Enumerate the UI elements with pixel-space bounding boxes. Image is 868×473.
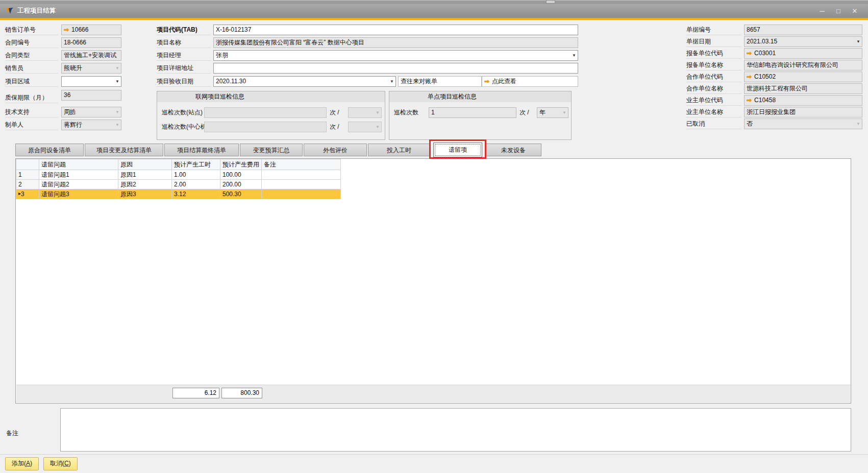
cell-hours[interactable]: 2.00 xyxy=(172,180,220,190)
project-address-label: 项目详细地址 xyxy=(157,63,211,74)
statement-label-cell: 查往来对账单 xyxy=(398,76,482,87)
report-unit-code-field[interactable]: ➡C03001 xyxy=(744,48,862,59)
cell-reason[interactable]: 原因3 xyxy=(118,190,172,199)
add-button[interactable]: 添加(A) xyxy=(5,457,39,470)
link-arrow-icon[interactable]: ➡ xyxy=(747,97,752,104)
project-manager-value: 张朋 xyxy=(216,52,228,59)
dropdown-arrow-icon[interactable]: ▼ xyxy=(572,51,576,60)
cell-reason[interactable]: 原因1 xyxy=(118,170,172,180)
tab-final-settlement-list[interactable]: 项目结算最终清单 xyxy=(164,144,239,156)
row-number[interactable]: 1 xyxy=(16,170,39,180)
doc-date-dropdown[interactable]: 2021.03.15▼ xyxy=(744,36,862,47)
cell-cost[interactable]: 100.00 xyxy=(220,170,262,180)
title-bar xyxy=(0,4,868,18)
cell-issue[interactable]: 遗留问题1 xyxy=(39,170,118,180)
doc-date-label: 单据日期 xyxy=(686,36,741,47)
cell-hours[interactable]: 1.00 xyxy=(172,170,220,180)
tab-original-contract-equipment[interactable]: 原合同设备清单 xyxy=(15,144,84,156)
warranty-field: 36 xyxy=(61,90,121,101)
owner-unit-name-label: 业主单位名称 xyxy=(686,107,741,117)
col-header-reason[interactable]: 原因 xyxy=(118,159,172,170)
close-button[interactable]: ✕ xyxy=(847,4,862,18)
cell-cost[interactable]: 500.30 xyxy=(220,190,262,199)
contract-no-label: 合同编号 xyxy=(5,37,58,48)
salesperson-label: 销售员 xyxy=(5,63,58,74)
cancel-button[interactable]: 取消(C) xyxy=(43,457,78,470)
project-manager-label: 项目经理 xyxy=(157,50,211,61)
project-address-input[interactable] xyxy=(213,63,578,74)
inspect-count-unit: 次 / xyxy=(519,107,529,117)
tab-invested-hours[interactable]: 投入工时 xyxy=(368,144,430,156)
row-number[interactable]: ▸3 xyxy=(16,190,39,199)
project-name-label: 项目名称 xyxy=(157,37,211,48)
acceptance-date-label: 项目验收日期 xyxy=(157,76,211,87)
cancelled-label: 已取消 xyxy=(686,119,741,129)
contract-type-label: 合同类型 xyxy=(5,50,58,61)
table-row[interactable]: 2 遗留问题2 原因2 2.00 200.00 xyxy=(16,180,341,190)
tab-unshipped-equipment[interactable]: 未发设备 xyxy=(485,144,541,156)
site-count-input xyxy=(204,107,327,118)
cell-issue[interactable]: 遗留问题2 xyxy=(39,180,118,190)
owner-unit-code-field[interactable]: ➡C10458 xyxy=(744,95,862,106)
maximize-button[interactable]: □ xyxy=(831,4,846,18)
dropdown-arrow-icon: ▼ xyxy=(562,108,566,117)
sales-order-value: 10666 xyxy=(71,26,88,33)
partner-unit-code-field[interactable]: ➡C10502 xyxy=(744,72,862,82)
dropdown-arrow-icon: ▼ xyxy=(115,120,119,130)
inspect-period-dropdown[interactable]: 年▼ xyxy=(537,107,568,118)
report-unit-name-field: 华信邮电咨询设计研究院有限公司 xyxy=(744,60,862,70)
link-arrow-icon[interactable]: ➡ xyxy=(484,78,489,85)
cell-issue[interactable]: 遗留问题3 xyxy=(39,190,118,199)
table-row-selected[interactable]: ▸3 遗留问题3 原因3 3.12 500.30 xyxy=(16,190,341,199)
sales-order-label: 销售订单号 xyxy=(5,25,58,35)
tab-outsourcing-evaluation[interactable]: 外包评价 xyxy=(304,144,367,156)
tab-change-settlement-list[interactable]: 项目变更及结算清单 xyxy=(85,144,163,156)
cell-note[interactable] xyxy=(262,170,341,180)
single-inspection-title: 单点项目巡检信息 xyxy=(389,91,571,102)
remarks-textarea[interactable] xyxy=(60,408,851,452)
cell-reason[interactable]: 原因2 xyxy=(118,180,172,190)
inspect-period-value: 年 xyxy=(539,109,545,116)
warranty-value: 36 xyxy=(64,91,70,99)
dropdown-arrow-icon[interactable]: ▼ xyxy=(115,77,119,86)
owner-unit-name-field: 浙江日报报业集团 xyxy=(744,107,862,117)
report-unit-name-value: 华信邮电咨询设计研究院有限公司 xyxy=(747,61,838,68)
link-arrow-icon[interactable]: ➡ xyxy=(64,26,69,33)
project-code-input[interactable]: X-16-012137 xyxy=(213,25,578,35)
project-region-dropdown[interactable]: ▼ xyxy=(61,76,121,87)
app-icon xyxy=(6,7,14,15)
doc-date-value: 2021.03.15 xyxy=(747,38,777,45)
remarks-label: 备注 xyxy=(6,428,18,438)
inspect-count-input[interactable]: 1 xyxy=(429,107,516,118)
col-header-note[interactable]: 备注 xyxy=(262,159,341,170)
salesperson-dropdown: 熊晓升▼ xyxy=(61,63,121,74)
cell-cost[interactable]: 200.00 xyxy=(220,180,262,190)
window-title: 工程项目结算 xyxy=(17,4,56,18)
tab-pending-items[interactable]: 遗留项 xyxy=(433,143,482,157)
view-statement-link[interactable]: ➡点此查看 xyxy=(482,76,578,87)
partner-unit-name-label: 合作单位名称 xyxy=(686,83,741,94)
minimize-button[interactable]: ─ xyxy=(814,4,830,18)
partner-unit-name-field: 世源科技工程有限公司 xyxy=(744,83,862,94)
link-arrow-icon[interactable]: ➡ xyxy=(747,50,752,57)
cell-note[interactable] xyxy=(262,190,341,199)
row-number[interactable]: 2 xyxy=(16,180,39,190)
col-header-hours[interactable]: 预计产生工时 xyxy=(172,159,220,170)
view-statement-text: 点此查看 xyxy=(492,78,516,85)
dropdown-arrow-icon[interactable]: ▼ xyxy=(390,77,394,86)
partner-unit-code-value: C10502 xyxy=(754,73,776,80)
project-manager-dropdown[interactable]: 张朋▼ xyxy=(213,50,578,61)
link-arrow-icon[interactable]: ➡ xyxy=(747,73,752,80)
cell-note[interactable] xyxy=(262,180,341,190)
sales-order-field[interactable]: ➡10666 xyxy=(61,25,121,35)
dropdown-arrow-icon[interactable]: ▼ xyxy=(856,37,860,46)
col-header-cost[interactable]: 预计产生费用 xyxy=(220,159,262,170)
col-header-issue[interactable]: 遗留问题 xyxy=(39,159,118,170)
contract-no-field: 18-0666 xyxy=(61,37,121,48)
acceptance-date-dropdown[interactable]: 2020.11.30▼ xyxy=(213,76,396,87)
table-row[interactable]: 1 遗留问题1 原因1 1.00 100.00 xyxy=(16,170,341,180)
cell-hours[interactable]: 3.12 xyxy=(172,190,220,199)
tab-change-budget-summary[interactable]: 变更预算汇总 xyxy=(240,144,303,156)
tech-support-value: 周皓 xyxy=(64,108,76,115)
network-inspection-title: 联网项目巡检信息 xyxy=(157,91,385,102)
